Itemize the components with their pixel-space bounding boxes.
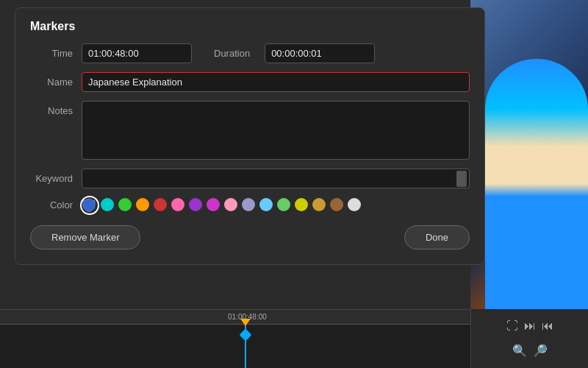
- color-swatch-orange[interactable]: [136, 198, 149, 211]
- color-swatch-green[interactable]: [118, 198, 132, 211]
- dialog-title: Markers: [30, 20, 470, 33]
- keyword-row: Keyword: [30, 169, 470, 188]
- color-swatch-lavender[interactable]: [242, 198, 255, 211]
- color-swatch-light-blue[interactable]: [259, 198, 273, 211]
- timeline-top-controls: ⛶ ⏭ ⏮: [506, 319, 553, 333]
- video-preview: [470, 0, 588, 309]
- color-swatch-pink[interactable]: [171, 198, 184, 211]
- name-row: Name: [30, 72, 470, 92]
- time-duration-row: Time Duration: [30, 43, 470, 63]
- zoom-in-icon[interactable]: 🔎: [533, 344, 548, 358]
- color-swatch-blue-shield[interactable]: [82, 197, 96, 212]
- timeline-bottom-controls: 🔍 🔎: [512, 344, 548, 358]
- zoom-out-icon[interactable]: 🔍: [512, 344, 527, 358]
- color-swatch-magenta[interactable]: [207, 198, 220, 211]
- done-button[interactable]: Done: [404, 225, 470, 250]
- color-swatch-purple[interactable]: [189, 198, 202, 211]
- color-swatch-tan[interactable]: [312, 198, 326, 211]
- time-label: Time: [30, 48, 82, 59]
- color-row: Color: [30, 197, 470, 212]
- color-label: Color: [30, 199, 82, 210]
- color-swatch-cyan[interactable]: [101, 198, 114, 211]
- color-swatch-light-pink[interactable]: [224, 198, 237, 211]
- color-swatches: [82, 197, 361, 212]
- color-swatch-red[interactable]: [154, 198, 167, 211]
- color-swatch-yellow[interactable]: [295, 198, 308, 211]
- notes-label: Notes: [30, 101, 82, 116]
- color-swatch-light-green[interactable]: [277, 198, 290, 211]
- time-input[interactable]: [82, 43, 192, 63]
- notes-row: Notes: [30, 101, 470, 160]
- keyword-input-wrapper: [82, 169, 470, 188]
- skip-end-icon[interactable]: ⏮: [542, 319, 553, 333]
- skip-forward-icon[interactable]: ⏭: [524, 319, 536, 333]
- keyword-label: Keyword: [30, 173, 82, 184]
- fit-icon[interactable]: ⛶: [506, 319, 518, 333]
- timeline-right-toolbar: ⛶ ⏭ ⏮ 🔍 🔎: [470, 309, 588, 368]
- name-label: Name: [30, 77, 82, 88]
- keyword-scrollbar[interactable]: [456, 171, 467, 187]
- remove-marker-button[interactable]: Remove Marker: [30, 225, 140, 250]
- buttons-row: Remove Marker Done: [30, 225, 470, 250]
- timeline-marker-indicator: [240, 329, 252, 342]
- duration-label: Duration: [214, 48, 250, 59]
- video-person: [485, 59, 588, 309]
- playhead-marker: [240, 319, 251, 326]
- name-input[interactable]: [82, 72, 470, 92]
- notes-textarea[interactable]: [82, 101, 470, 160]
- color-swatch-brown[interactable]: [330, 198, 343, 211]
- duration-input[interactable]: [265, 43, 375, 63]
- markers-dialog: Markers Time Duration Name Notes Keyword…: [15, 7, 485, 265]
- color-swatch-white[interactable]: [348, 198, 361, 211]
- keyword-input[interactable]: [82, 169, 470, 188]
